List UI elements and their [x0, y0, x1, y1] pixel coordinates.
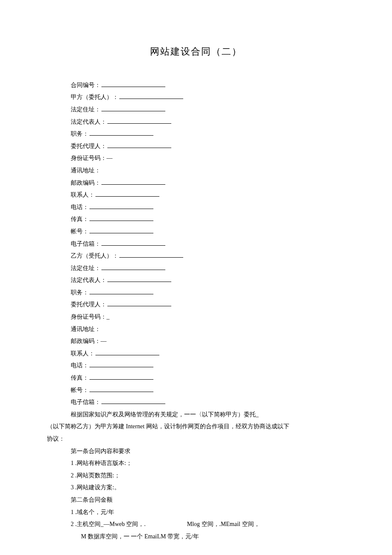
field-partyA-agent: 委托代理人： [47, 141, 345, 152]
field-partyA-phone: 电话： [47, 202, 345, 213]
label: 传真： [71, 375, 89, 381]
field-partyB-postal: 邮政编码：— [47, 336, 345, 347]
field-partyA-fax: 传真： [47, 214, 345, 225]
label: 通讯地址： [71, 326, 101, 332]
article1-item1: 1 .网站有种语言版本:； [47, 458, 345, 469]
label: 帐号： [71, 387, 89, 393]
preamble-line2: （以下简称乙方）为甲方筹建 Internet 网站，设计制作网页的合作项目，经双… [47, 421, 345, 433]
field-partyA-account: 帐号： [47, 226, 345, 238]
field-partyA-legalrep: 法定代表人： [47, 116, 345, 128]
field-partyA-postal: 邮政编码： [47, 177, 345, 189]
label: 电话： [71, 362, 89, 369]
blank-line [119, 93, 183, 99]
article1-item2: 2 .网站页数范围:； [47, 470, 345, 482]
blank-line [119, 252, 183, 258]
blank-line [107, 142, 171, 148]
field-partyB-account: 帐号： [47, 385, 345, 396]
label: 联系人： [71, 192, 95, 198]
blank-line [89, 203, 153, 209]
field-partyB-agent: 委托代理人： [47, 299, 345, 311]
field-partyA-contact: 联系人： [47, 189, 345, 201]
blank-line [101, 264, 165, 270]
article1-heading: 第一条合同内容和要求 [47, 446, 345, 457]
field-partyB-phone: 电话： [47, 360, 345, 372]
blank-line [89, 386, 153, 392]
article2-heading: 第二条合同金额 [47, 494, 345, 506]
field-partyA-email: 电子信箱： [47, 238, 345, 250]
article2-item3: M 数据库空间，一 一个 EmaiLM 带宽，元/年 [47, 531, 345, 543]
label: 身份证号码：— [71, 155, 112, 161]
preamble-line1: 根据国家知识产权及网络管理的有关规定，一一〈以下简称甲方）委托_ [47, 409, 345, 421]
label: 职务： [71, 131, 89, 137]
field-partyA-address: 法定住址： [47, 104, 345, 116]
article2-item1: 1 .域名个，元/年 [47, 507, 345, 518]
text: 2 .主机空间_—Mweb 空间，. [71, 521, 146, 527]
label: 合同编号： [71, 82, 101, 88]
blank-line [89, 361, 153, 367]
label: 法定代表人： [71, 119, 107, 125]
blank-line [101, 105, 165, 111]
blank-line [89, 215, 153, 221]
label: 法定住址： [71, 265, 101, 271]
label: 甲方（委托人）： [71, 94, 118, 100]
preamble-line3: 协议： [47, 433, 345, 445]
field-partyA-id: 身份证号码：— [47, 153, 345, 164]
label: 电话： [71, 204, 89, 210]
label: 身份证号码：_ [71, 314, 110, 320]
field-partyB-position: 职务： [47, 287, 345, 299]
blank-line [89, 288, 153, 294]
blank-line [95, 191, 159, 197]
field-partyA-mailaddr: 通讯地址： [47, 165, 345, 177]
field-partyB-contact: 联系人： [47, 348, 345, 360]
field-partyB-id: 身份证号码：_ [47, 311, 345, 323]
blank-line [101, 240, 165, 246]
field-partyB-legalrep: 法定代表人： [47, 275, 345, 286]
field-partyA-name: 甲方（委托人）： [47, 92, 345, 103]
label: 法定住址： [71, 106, 101, 113]
article2-item2: 2 .主机空间_—Mweb 空间，. Mlog 空间，.MEmail 空间， [47, 519, 345, 530]
label: 联系人： [71, 350, 95, 357]
blank-line [101, 398, 165, 404]
label: 邮政编码： [71, 180, 101, 186]
blank-line [107, 276, 171, 282]
blank-line [95, 349, 159, 355]
blank-line [101, 81, 165, 87]
blank-line [107, 118, 171, 124]
document-title: 网站建设合同（二） [47, 43, 345, 61]
label: 职务： [71, 289, 89, 296]
label: 邮政编码：— [71, 338, 107, 344]
field-partyB-fax: 传真： [47, 372, 345, 384]
blank-line [89, 130, 153, 136]
label: 法定代表人： [71, 277, 107, 283]
field-partyB-address: 法定住址： [47, 263, 345, 274]
blank-line [107, 300, 171, 306]
blank-line [89, 227, 153, 233]
text: Mlog 空间，.MEmail 空间， [187, 521, 260, 527]
document-body: 合同编号： 甲方（委托人）： 法定住址： 法定代表人： 职务： 委托代理人： 身… [47, 80, 345, 543]
label: 电子信箱： [71, 241, 101, 247]
label: 乙方（受托人）： [71, 253, 118, 259]
label: 电子信箱： [71, 399, 101, 405]
field-partyA-position: 职务： [47, 128, 345, 140]
field-partyB-email: 电子信箱： [47, 397, 345, 408]
label: 传真： [71, 216, 89, 222]
field-partyB-name: 乙方（受托人）： [47, 250, 345, 262]
blank-line [89, 374, 153, 380]
blank-line [101, 179, 165, 185]
label: 委托代理人： [71, 143, 107, 149]
label: 通讯地址： [71, 167, 101, 174]
label: 帐号： [71, 228, 89, 235]
field-partyB-mailaddr: 通讯地址： [47, 324, 345, 335]
label: 委托代理人： [71, 301, 107, 308]
article1-item3: 3 .网站建设方案:。 [47, 482, 345, 494]
field-contract-no: 合同编号： [47, 80, 345, 91]
